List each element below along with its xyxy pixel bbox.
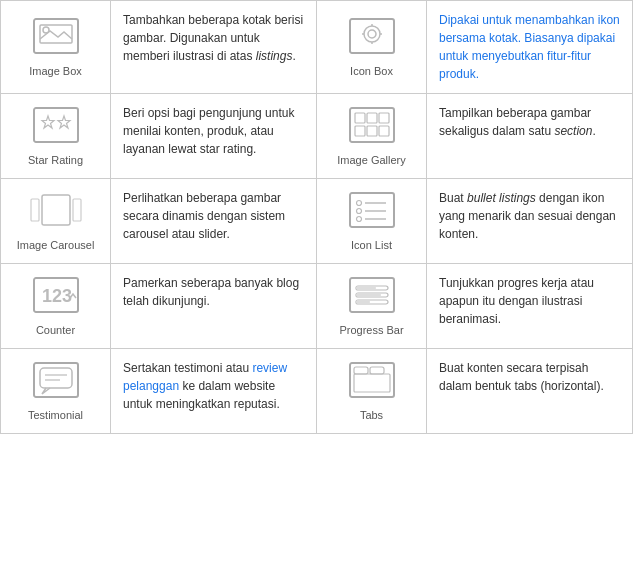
svg-rect-44 [354, 374, 390, 392]
svg-rect-42 [354, 367, 368, 374]
image-box-desc: Tambahkan beberapa kotak berisi gambar. … [111, 1, 316, 93]
icon-area-image-box[interactable]: Image Box [1, 1, 111, 93]
svg-rect-32 [356, 286, 376, 290]
cell-icon-box: Icon Box Dipakai untuk menambahkan ikon … [317, 1, 633, 94]
star-rating-icon [32, 106, 80, 144]
svg-rect-36 [356, 300, 370, 304]
icon-list-label: Icon List [351, 239, 392, 251]
svg-point-24 [356, 209, 361, 214]
progress-bar-label: Progress Bar [339, 324, 403, 336]
svg-rect-17 [379, 126, 389, 136]
svg-text:123: 123 [42, 286, 72, 306]
svg-point-2 [43, 27, 49, 33]
icon-list-icon [348, 191, 396, 229]
svg-rect-10 [34, 108, 78, 142]
counter-icon: 123 [32, 276, 80, 314]
icon-area-image-carousel[interactable]: Image Carousel [1, 179, 111, 263]
svg-point-26 [356, 217, 361, 222]
svg-point-22 [356, 201, 361, 206]
tabs-icon [348, 361, 396, 399]
svg-point-5 [368, 30, 376, 38]
svg-rect-19 [42, 195, 70, 225]
progress-bar-icon [348, 276, 396, 314]
tabs-desc: Buat konten secara terpisah dalam bentuk… [427, 349, 632, 433]
icon-area-tabs[interactable]: Tabs [317, 349, 427, 433]
image-carousel-desc: Perlihatkan beberapa gambar secara dinam… [111, 179, 316, 263]
icon-area-star-rating[interactable]: Star Rating [1, 94, 111, 178]
progress-bar-desc: Tunjukkan progres kerja atau apapun itu … [427, 264, 632, 348]
image-gallery-desc: Tampilkan beberapa gambar sekaligus dala… [427, 94, 632, 178]
cell-testimonial: Testimonial Sertakan testimoni atau revi… [1, 349, 317, 434]
image-gallery-label: Image Gallery [337, 154, 405, 166]
icon-area-testimonial[interactable]: Testimonial [1, 349, 111, 433]
cell-image-box: Image Box Tambahkan beberapa kotak beris… [1, 1, 317, 94]
svg-rect-18 [31, 199, 39, 221]
svg-rect-38 [40, 368, 72, 388]
testimonial-icon [32, 361, 80, 399]
svg-rect-16 [367, 126, 377, 136]
counter-desc: Pamerkan seberapa banyak blog telah diku… [111, 264, 316, 348]
icon-box-icon [348, 17, 396, 55]
cell-tabs: Tabs Buat konten secara terpisah dalam b… [317, 349, 633, 434]
cell-icon-list: Icon List Buat bullet listings dengan ik… [317, 179, 633, 264]
icon-list-desc: Buat bullet listings dengan ikon yang me… [427, 179, 632, 263]
cell-image-gallery: Image Gallery Tampilkan beberapa gambar … [317, 94, 633, 179]
icon-area-progress-bar[interactable]: Progress Bar [317, 264, 427, 348]
svg-rect-43 [370, 367, 384, 374]
svg-point-4 [364, 26, 380, 42]
svg-rect-34 [356, 293, 381, 297]
cell-progress-bar: Progress Bar Tunjukkan progres kerja ata… [317, 264, 633, 349]
image-carousel-label: Image Carousel [17, 239, 95, 251]
counter-label: Counter [36, 324, 75, 336]
svg-rect-20 [73, 199, 81, 221]
icon-area-counter[interactable]: 123 Counter [1, 264, 111, 348]
icon-box-desc: Dipakai untuk menambahkan ikon bersama k… [427, 1, 632, 93]
icon-box-label: Icon Box [350, 65, 393, 77]
star-rating-desc: Beri opsi bagi pengunjung untuk menilai … [111, 94, 316, 178]
svg-rect-12 [355, 113, 365, 123]
testimonial-label: Testimonial [28, 409, 83, 421]
star-rating-label: Star Rating [28, 154, 83, 166]
cell-counter: 123 Counter Pamerkan seberapa banyak blo… [1, 264, 317, 349]
tabs-label: Tabs [360, 409, 383, 421]
cell-star-rating: Star Rating Beri opsi bagi pengunjung un… [1, 94, 317, 179]
image-box-icon [32, 17, 80, 55]
image-box-label: Image Box [29, 65, 82, 77]
testimonial-desc: Sertakan testimoni atau review pelanggan… [111, 349, 316, 433]
widget-grid: Image Box Tambahkan beberapa kotak beris… [0, 0, 633, 434]
svg-rect-15 [355, 126, 365, 136]
review-link[interactable]: review pelanggan [123, 361, 287, 393]
icon-area-image-gallery[interactable]: Image Gallery [317, 94, 427, 178]
image-carousel-icon [30, 191, 82, 229]
svg-rect-14 [379, 113, 389, 123]
cell-image-carousel: Image Carousel Perlihatkan beberapa gamb… [1, 179, 317, 264]
icon-area-icon-list[interactable]: Icon List [317, 179, 427, 263]
image-gallery-icon [348, 106, 396, 144]
svg-rect-13 [367, 113, 377, 123]
icon-area-icon-box[interactable]: Icon Box [317, 1, 427, 93]
